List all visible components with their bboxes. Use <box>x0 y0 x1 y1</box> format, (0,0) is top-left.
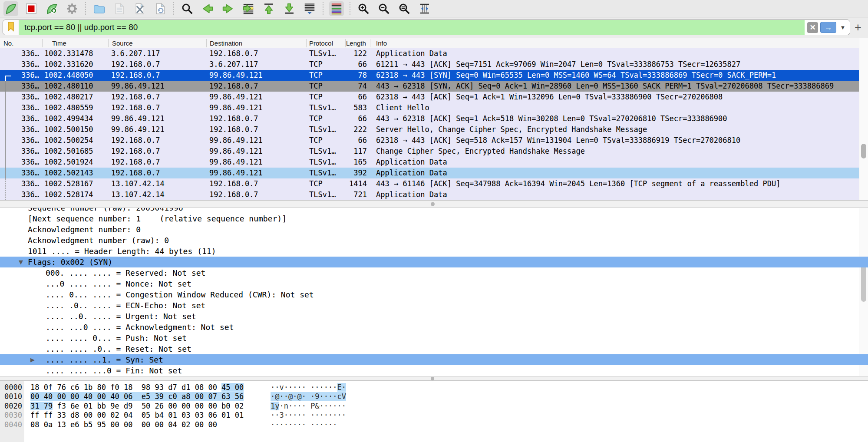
ascii-segment[interactable]: ··3····· ········ <box>271 411 346 419</box>
hex-ascii[interactable]: ·@··@·@· ·9····cV <box>271 392 346 401</box>
resize-columns-button[interactable] <box>417 1 432 16</box>
ascii-segment[interactable]: ·@··@·@· ·9····cV <box>271 392 346 401</box>
detail-line[interactable]: .... ...0 .... = Acknowledgment: Not set <box>0 322 868 333</box>
hex-bytes[interactable]: 08 0a 13 e6 b5 95 00 00 00 00 04 02 00 0… <box>30 420 217 429</box>
ascii-segment[interactable]: ·n···· P&······ <box>279 402 346 410</box>
start-capture-button[interactable] <box>3 1 18 16</box>
filter-input[interactable]: tcp.port == 80 || udp.port == 80 <box>24 23 138 32</box>
ascii-segment[interactable]: 1y <box>271 402 279 410</box>
hex-line[interactable]: 000018 0f 76 c6 1b 80 f0 18 98 93 d7 d1 … <box>0 383 868 392</box>
packet-row[interactable]: 336…1002.501685192.168.0.799.86.49.121TL… <box>0 146 859 157</box>
hex-byte-segment[interactable]: 45 00 <box>221 383 244 392</box>
column-separator[interactable] <box>42 39 43 47</box>
detail-line[interactable]: .... ..0. .... = Urgent: Not set <box>0 311 868 322</box>
pane-divider-lower[interactable] <box>0 376 868 381</box>
detail-line[interactable]: 000. .... .... = Reserved: Not set <box>0 267 868 278</box>
hex-bytes[interactable]: 18 0f 76 c6 1b 80 f0 18 98 93 d7 d1 08 0… <box>30 383 244 392</box>
hex-byte-segment[interactable]: 00 40 00 00 40 00 40 06 e5 39 c0 a8 00 0… <box>30 392 244 401</box>
packet-row[interactable]: 336…1002.480559192.168.0.799.86.49.121TL… <box>0 102 859 113</box>
go-to-packet-button[interactable] <box>241 1 256 16</box>
hex-ascii[interactable]: ········ ······ <box>271 420 337 429</box>
go-forward-button[interactable] <box>221 1 235 16</box>
packet-row[interactable]: 336…1002.50015099.86.49.121192.168.0.7TL… <box>0 124 859 135</box>
column-header-length[interactable]: Length <box>346 38 368 48</box>
column-header-protocol[interactable]: Protocol <box>309 38 345 48</box>
packet-row[interactable]: 336…1002.3314783.6.207.117192.168.0.7TLS… <box>0 48 859 59</box>
packet-row[interactable]: 336…1002.500254192.168.0.799.86.49.121TC… <box>0 135 859 146</box>
column-separator[interactable] <box>108 39 109 47</box>
hex-line[interactable]: 001000 40 00 00 40 00 40 06 e5 39 c0 a8 … <box>0 392 868 401</box>
zoom-in-button[interactable] <box>356 1 371 16</box>
column-separator[interactable] <box>206 39 207 47</box>
zoom-100-button[interactable] <box>397 1 412 16</box>
detail-line[interactable]: [Next sequence number: 1 (relative seque… <box>0 213 868 224</box>
hex-line[interactable]: 0030ff ff 33 d8 00 00 02 04 05 b4 01 03 … <box>0 411 868 420</box>
hex-ascii[interactable]: ··3····· ········ <box>271 411 346 420</box>
hex-bytes[interactable]: 00 40 00 00 40 00 40 06 e5 39 c0 a8 00 0… <box>30 392 244 401</box>
ascii-segment[interactable]: ········ ······ <box>271 420 337 429</box>
column-separator[interactable] <box>370 39 370 47</box>
column-header-destination[interactable]: Destination <box>210 38 307 48</box>
column-header-info[interactable]: Info <box>376 38 550 48</box>
filter-bookmark-button[interactable] <box>3 20 19 35</box>
packet-row[interactable]: 336…1002.480217192.168.0.799.86.49.121TC… <box>0 92 859 102</box>
pane-divider-upper[interactable] <box>0 200 868 208</box>
column-header-no[interactable]: No. <box>3 38 40 48</box>
detail-line[interactable]: .... .0.. .... = ECN-Echo: Not set <box>0 300 868 311</box>
stop-capture-button[interactable] <box>24 1 39 16</box>
scrollbar-thumb[interactable] <box>861 144 866 158</box>
hex-ascii[interactable]: ··v····· ······E· <box>271 383 346 392</box>
detail-line[interactable]: ▶.... .... ..1. = Syn: Set <box>0 354 868 365</box>
filter-clear-button[interactable]: ✕ <box>807 22 818 33</box>
column-header-source[interactable]: Source <box>112 38 208 48</box>
close-file-button[interactable] <box>132 1 147 16</box>
packet-row[interactable]: 336…1002.501924192.168.0.799.86.49.121TL… <box>0 157 859 168</box>
column-header-time[interactable]: Time <box>52 38 111 48</box>
hex-line[interactable]: 004008 0a 13 e6 b5 95 00 00 00 00 04 02 … <box>0 420 868 429</box>
hex-byte-segment[interactable]: 18 0f 76 c6 1b 80 f0 18 98 93 d7 d1 08 0… <box>30 383 221 392</box>
hex-byte-segment[interactable]: ff ff 33 d8 00 00 02 04 05 b4 01 03 03 0… <box>30 411 244 419</box>
filter-add-button[interactable]: + <box>851 20 865 35</box>
detail-line[interactable]: Sequence number (raw): 2005041996 <box>0 208 868 213</box>
detail-line[interactable]: ...0 .... .... = Nonce: Not set <box>0 278 868 289</box>
capture-options-button[interactable] <box>65 1 79 16</box>
packet-row[interactable]: 336…1002.331620192.168.0.73.6.207.117TCP… <box>0 59 859 70</box>
packet-row[interactable]: 336…1002.49943499.86.49.121192.168.0.7TC… <box>0 113 859 124</box>
detail-line[interactable]: .... .... .0.. = Reset: Not set <box>0 343 868 354</box>
detail-line[interactable]: Acknowledgment number: 0 <box>0 224 868 235</box>
auto-scroll-button[interactable] <box>302 1 317 16</box>
packet-row[interactable]: 336…1002.52817413.107.42.14192.168.0.7TL… <box>0 189 859 200</box>
display-filter-field[interactable]: tcp.port == 80 || udp.port == 80 ✕ → ▼ <box>3 20 850 35</box>
open-file-button[interactable] <box>92 1 106 16</box>
restart-capture-button[interactable] <box>44 1 59 16</box>
find-packet-button[interactable] <box>180 1 195 16</box>
hex-ascii[interactable]: 1y·n···· P&······ <box>271 402 346 411</box>
column-separator[interactable] <box>306 39 307 47</box>
detail-line[interactable]: .... .... 0... = Push: Not set <box>0 333 868 343</box>
column-separator[interactable] <box>345 39 346 47</box>
expand-closed-icon[interactable]: ▶ <box>30 354 35 365</box>
detail-line[interactable]: Acknowledgment number (raw): 0 <box>0 235 868 246</box>
packet-row[interactable]: 336…1002.48011099.86.49.121192.168.0.7TC… <box>0 81 859 92</box>
go-to-top-button[interactable] <box>261 1 276 16</box>
go-to-bottom-button[interactable] <box>282 1 297 16</box>
colorize-packets-button[interactable] <box>329 1 344 16</box>
detail-line[interactable]: .... .... ...0 = Fin: Not set <box>0 365 868 376</box>
detail-line[interactable]: ▼Flags: 0x002 (SYN) <box>0 257 868 267</box>
hex-bytes[interactable]: 31 79 f3 6e 01 bb 9e d9 50 26 00 00 00 0… <box>30 402 244 411</box>
expand-open-icon[interactable]: ▼ <box>19 257 23 267</box>
hex-byte-segment[interactable]: 31 79 <box>30 402 53 410</box>
packet-row[interactable]: 336…1002.502143192.168.0.799.86.49.121TL… <box>0 168 859 178</box>
hex-bytes[interactable]: ff ff 33 d8 00 00 02 04 05 b4 01 03 03 0… <box>30 411 244 420</box>
zoom-out-button[interactable] <box>376 1 391 16</box>
ascii-segment[interactable]: ··v····· ······ <box>271 383 337 392</box>
detail-line[interactable]: .... 0... .... = Congestion Window Reduc… <box>0 289 868 300</box>
hex-byte-segment[interactable]: f3 6e 01 bb 9e d9 50 26 00 00 00 00 b0 0… <box>53 402 244 410</box>
packet-row[interactable]: 336…1002.448050192.168.0.799.86.49.121TC… <box>0 70 859 81</box>
packet-list-scrollbar[interactable] <box>859 38 868 200</box>
hex-byte-segment[interactable]: 08 0a 13 e6 b5 95 00 00 00 00 04 02 00 0… <box>30 420 217 429</box>
detail-line[interactable]: 1011 .... = Header Length: 44 bytes (11) <box>0 246 868 257</box>
ascii-segment[interactable]: E· <box>337 383 346 392</box>
filter-input-area[interactable]: tcp.port == 80 || udp.port == 80 <box>19 20 805 35</box>
hex-line[interactable]: 002031 79 f3 6e 01 bb 9e d9 50 26 00 00 … <box>0 402 868 411</box>
